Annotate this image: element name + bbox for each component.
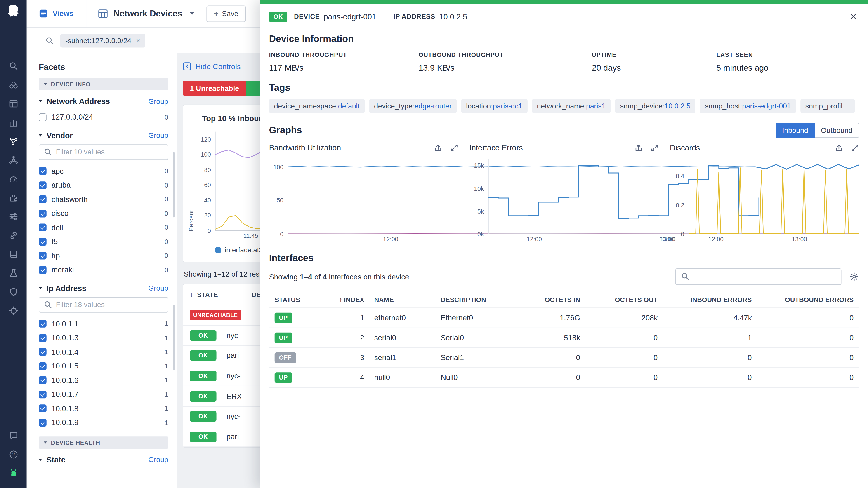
checkbox[interactable] xyxy=(39,252,46,260)
ip-filter-input[interactable] xyxy=(39,297,168,313)
group-link[interactable]: Group xyxy=(148,284,168,292)
facet-value-row[interactable]: f50 xyxy=(39,234,168,249)
interface-search-input[interactable] xyxy=(675,268,842,285)
facet-value-row[interactable]: 10.0.1.11 xyxy=(39,317,168,331)
checkbox[interactable] xyxy=(39,238,46,246)
column-header-inbound-errors[interactable]: INBOUND ERRORS xyxy=(659,296,753,303)
facet-value-row[interactable]: 10.0.1.61 xyxy=(39,373,168,387)
group-link[interactable]: Group xyxy=(148,131,168,139)
column-header-state[interactable]: STATE xyxy=(197,291,218,298)
column-header-name[interactable]: NAME xyxy=(365,296,432,303)
column-header-outbound-errors[interactable]: OUTBOUND ERRORS xyxy=(753,296,859,303)
checkbox[interactable] xyxy=(39,320,46,328)
section-device-info[interactable]: DEVICE INFO xyxy=(39,78,168,90)
tag-chip[interactable]: snmp_host:paris-edgrt-001 xyxy=(700,99,796,113)
checkbox[interactable] xyxy=(39,224,46,231)
inbound-toggle[interactable]: Inbound xyxy=(776,123,815,138)
network-icon[interactable] xyxy=(0,151,27,169)
android-icon[interactable] xyxy=(0,464,27,482)
facet-value-row[interactable]: aruba0 xyxy=(39,178,168,192)
book-icon[interactable] xyxy=(0,245,27,263)
interface-row[interactable]: OFF3serial1Serial10000 xyxy=(269,348,859,368)
collection-selector[interactable]: Network Devices xyxy=(97,8,194,19)
column-header-octets-in[interactable]: OCTETS IN xyxy=(526,296,581,303)
binoculars-icon[interactable] xyxy=(0,75,27,94)
facet-value-row[interactable]: 10.0.1.71 xyxy=(39,387,168,401)
facet-value-row[interactable]: cisco0 xyxy=(39,206,168,220)
facet-value-row[interactable]: 127.0.0.0/240 xyxy=(39,110,168,124)
remove-chip-icon[interactable]: × xyxy=(136,37,141,44)
checkbox[interactable] xyxy=(39,390,46,398)
checkbox[interactable] xyxy=(39,113,46,121)
chevron-down-icon[interactable] xyxy=(39,458,42,461)
search-filter-chip[interactable]: -subnet:127.0.0.0/24 × xyxy=(60,33,145,47)
checkbox[interactable] xyxy=(39,362,46,370)
group-link[interactable]: Group xyxy=(148,97,168,105)
checkbox[interactable] xyxy=(39,404,46,412)
checkbox[interactable] xyxy=(39,210,46,217)
chat-icon[interactable] xyxy=(0,426,27,445)
checkbox[interactable] xyxy=(39,334,46,342)
chevron-down-icon[interactable] xyxy=(39,100,42,102)
group-link[interactable]: Group xyxy=(148,455,168,464)
facet-value-row[interactable]: meraki0 xyxy=(39,263,168,277)
app-logo[interactable] xyxy=(5,3,22,20)
export-icon[interactable] xyxy=(634,144,643,152)
chevron-down-icon[interactable] xyxy=(39,287,42,289)
checkbox[interactable] xyxy=(39,195,46,203)
expand-icon[interactable] xyxy=(851,144,859,152)
interface-row[interactable]: UP2serial0Serial0518k010 xyxy=(269,328,859,348)
shield-icon[interactable] xyxy=(0,282,27,301)
views-button[interactable]: Views xyxy=(27,0,86,27)
search-icon[interactable] xyxy=(0,57,27,75)
link-icon[interactable] xyxy=(0,226,27,245)
facet-value-row[interactable]: apc0 xyxy=(39,164,168,178)
mesh-icon[interactable] xyxy=(0,132,27,151)
gear-icon[interactable] xyxy=(849,271,859,282)
puzzle-icon[interactable] xyxy=(0,188,27,207)
checkbox[interactable] xyxy=(39,266,46,273)
tag-chip[interactable]: network_name:paris1 xyxy=(532,99,611,113)
outbound-toggle[interactable]: Outbound xyxy=(815,123,859,138)
unreachable-count-badge[interactable]: 1 Unreachable xyxy=(183,81,246,96)
tag-chip[interactable]: location:paris-dc1 xyxy=(461,99,528,113)
flask-icon[interactable] xyxy=(0,263,27,282)
checkbox[interactable] xyxy=(39,348,46,356)
column-header-status[interactable]: STATUS xyxy=(269,296,329,303)
crosshair-icon[interactable] xyxy=(0,301,27,320)
facet-value-row[interactable]: 10.0.1.51 xyxy=(39,359,168,373)
interface-row[interactable]: UP4null0Null00000 xyxy=(269,368,859,388)
save-button[interactable]: + Save xyxy=(207,5,246,22)
vendor-filter-input[interactable] xyxy=(39,144,168,160)
expand-icon[interactable] xyxy=(651,144,659,152)
tag-chip[interactable]: device_type:edge-router xyxy=(369,99,457,113)
checkbox[interactable] xyxy=(39,182,46,189)
chevron-down-icon[interactable] xyxy=(39,134,42,136)
close-icon[interactable]: × xyxy=(848,11,859,23)
export-icon[interactable] xyxy=(434,144,442,152)
export-icon[interactable] xyxy=(835,144,843,152)
scrollbar[interactable] xyxy=(173,304,175,370)
interface-row[interactable]: UP1ethernet0Ethernet01.76G208k4.47k0 xyxy=(269,308,859,328)
gauge-icon[interactable] xyxy=(0,169,27,188)
column-header-description[interactable]: DESCRIPTION xyxy=(432,296,526,303)
scrollbar[interactable] xyxy=(173,152,175,217)
bar-chart-icon[interactable] xyxy=(0,113,27,132)
checkbox[interactable] xyxy=(39,167,46,175)
checkbox[interactable] xyxy=(39,377,46,384)
column-header-index[interactable]: ↑INDEX xyxy=(329,296,366,303)
facet-value-row[interactable]: dell0 xyxy=(39,221,168,234)
facet-value-row[interactable]: 10.0.1.31 xyxy=(39,331,168,345)
facet-value-row[interactable]: 10.0.1.41 xyxy=(39,345,168,359)
tag-chip[interactable]: device_namespace:default xyxy=(269,99,365,113)
facet-value-row[interactable]: 10.0.1.81 xyxy=(39,401,168,416)
section-device-health[interactable]: DEVICE HEALTH xyxy=(39,436,168,449)
expand-icon[interactable] xyxy=(450,144,458,152)
column-header-octets-out[interactable]: OCTETS OUT xyxy=(581,296,659,303)
tag-chip[interactable]: snmp_profil… xyxy=(800,99,855,113)
tag-chip[interactable]: snmp_device:10.0.2.5 xyxy=(615,99,695,113)
facet-value-row[interactable]: hp0 xyxy=(39,249,168,263)
help-icon[interactable]: ? xyxy=(0,445,27,464)
filter-icon[interactable] xyxy=(0,207,27,226)
facet-value-row[interactable]: 10.0.1.91 xyxy=(39,416,168,429)
